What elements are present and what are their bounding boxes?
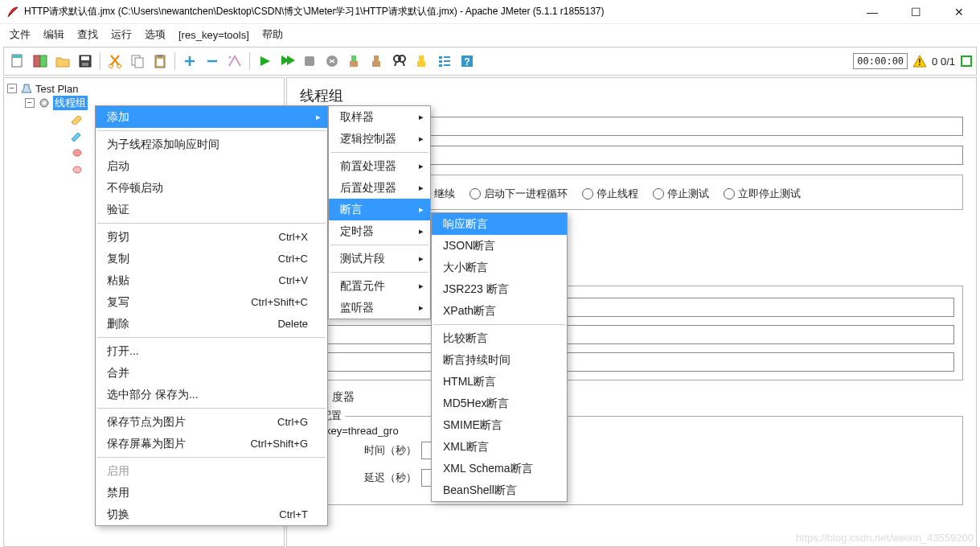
maximize-button[interactable]: ☐ (901, 6, 930, 19)
ctx-xmlschema-assertion[interactable]: XML Schema断言 (432, 458, 567, 479)
radio-stop-now[interactable]: 立即停止测试 (724, 187, 801, 201)
context-menu-assertions[interactable]: 响应断言 JSON断言 大小断言 JSR223 断言 XPath断言 比较断言 … (431, 212, 568, 502)
ctx-compare-assertion[interactable]: 比较断言 (432, 327, 567, 349)
ctx-save-screen-img[interactable]: 保存屏幕为图片Ctrl+Shift+G (96, 433, 327, 454)
paste-button[interactable] (150, 51, 170, 72)
menu-help[interactable]: 帮助 (257, 26, 288, 43)
tree-toggle-icon[interactable]: − (25, 98, 35, 108)
clear-all-button[interactable] (367, 51, 387, 72)
ctx-copy[interactable]: 复制Ctrl+C (96, 248, 327, 269)
pencil-icon[interactable] (69, 129, 85, 142)
ctx-child-resp[interactable]: 为子线程添加响应时间 (96, 134, 327, 155)
comment-input[interactable] (338, 146, 963, 165)
ctx-test-frag[interactable]: 测试片段▸ (329, 248, 430, 269)
ctx-open[interactable]: 打开... (96, 340, 327, 362)
save-button[interactable] (75, 51, 96, 72)
ctx-toggle[interactable]: 切换Ctrl+T (96, 504, 327, 525)
close-button[interactable]: ✕ (945, 6, 974, 19)
watermark: https://blog.csdn.net/weixin_43559200 (796, 532, 974, 544)
ctx-delete[interactable]: 删除Delete (96, 313, 327, 335)
ctx-assert[interactable]: 断言▸ (329, 199, 430, 220)
ctx-json-assertion[interactable]: JSON断言 (432, 235, 567, 257)
ctx-md5-assertion[interactable]: MD5Hex断言 (432, 393, 567, 414)
svg-rect-10 (135, 58, 143, 68)
ctx-cut[interactable]: 剪切Ctrl+X (96, 226, 327, 248)
svg-rect-6 (82, 63, 88, 66)
ctx-add[interactable]: 添加▸ (96, 106, 327, 128)
expand-button[interactable] (179, 51, 200, 72)
ctx-paste[interactable]: 粘贴Ctrl+V (96, 269, 327, 291)
ctx-xml-assertion[interactable]: XML断言 (432, 436, 567, 458)
menu-options[interactable]: 选项 (140, 26, 170, 43)
start-noTimers-button[interactable] (277, 51, 297, 72)
ctx-merge[interactable]: 合并 (96, 362, 327, 384)
thread-count: 0 0/1 (932, 56, 955, 68)
start-button[interactable] (254, 51, 275, 72)
ctx-beanshell-assertion[interactable]: BeanShell断言 (432, 479, 567, 501)
ctx-save-selection[interactable]: 选中部分 保存为... (96, 384, 327, 405)
radio-stop-thread[interactable]: 停止线程 (582, 187, 638, 201)
context-menu-main[interactable]: 添加▸ 为子线程添加响应时间 启动 不停顿启动 验证 剪切Ctrl+X 复制Ct… (95, 105, 328, 526)
menu-run[interactable]: 运行 (106, 26, 137, 43)
new-button[interactable] (7, 51, 28, 72)
open-button[interactable] (52, 51, 73, 72)
templates-button[interactable] (30, 51, 51, 72)
menu-search[interactable]: 查找 (72, 26, 103, 43)
ctx-enable[interactable]: 启用 (96, 460, 327, 482)
name-input[interactable] (338, 117, 963, 136)
reset-search-button[interactable] (412, 51, 433, 72)
ctx-duration-assertion[interactable]: 断言持续时间 (432, 349, 567, 371)
ctx-size-assertion[interactable]: 大小断言 (432, 257, 567, 278)
tree-toggle-icon[interactable]: − (7, 84, 17, 93)
ctx-disable[interactable]: 禁用 (96, 482, 327, 504)
ctx-validate[interactable]: 验证 (96, 199, 327, 220)
ctx-html-assertion[interactable]: HTML断言 (432, 371, 567, 393)
svg-point-32 (73, 167, 81, 173)
ctx-timer[interactable]: 定时器▸ (329, 220, 430, 242)
wrench-icon[interactable] (69, 112, 85, 125)
radio-next-loop[interactable]: 启动下一进程循环 (469, 187, 568, 201)
ctx-response-assertion[interactable]: 响应断言 (432, 213, 567, 235)
cut-button[interactable] (105, 51, 125, 72)
ctx-start-nowait[interactable]: 不停顿启动 (96, 177, 327, 199)
svg-point-31 (73, 150, 81, 156)
ctx-post[interactable]: 后置处理器▸ (329, 177, 430, 199)
minimize-button[interactable]: — (858, 6, 887, 19)
menu-edit[interactable]: 编辑 (39, 26, 69, 43)
svg-rect-18 (372, 61, 380, 67)
toggle-button[interactable] (224, 51, 245, 72)
ctx-start[interactable]: 启动 (96, 155, 327, 177)
ctx-sampler[interactable]: 取样器▸ (329, 106, 430, 128)
collapse-button[interactable] (202, 51, 223, 72)
svg-rect-12 (158, 55, 162, 57)
menu-file[interactable]: 文件 (5, 26, 35, 43)
svg-rect-17 (350, 61, 358, 67)
function-helper-button[interactable] (434, 51, 455, 72)
ramp-input[interactable] (309, 325, 954, 344)
ctx-config[interactable]: 配置元件▸ (329, 275, 430, 297)
context-menu-add[interactable]: 取样器▸ 逻辑控制器▸ 前置处理器▸ 后置处理器▸ 断言▸ 定时器▸ 测试片段▸… (328, 105, 431, 319)
tree-root[interactable]: − Test Plan (7, 81, 281, 96)
ctx-jsr223-assertion[interactable]: JSR223 断言 (432, 278, 567, 300)
search-button[interactable] (389, 51, 410, 72)
window-title: HTTP请求默认值.jmx (C:\Users\newantchen\Deskt… (24, 5, 858, 19)
clear-button[interactable] (344, 51, 365, 72)
ctx-save-node-img[interactable]: 保存节点为图片Ctrl+G (96, 411, 327, 433)
radio-stop-test[interactable]: 停止测试 (653, 187, 709, 201)
help-button[interactable]: ? (457, 51, 478, 72)
copy-button[interactable] (127, 51, 148, 72)
bug2-icon[interactable] (69, 162, 85, 175)
ctx-pre[interactable]: 前置处理器▸ (329, 155, 430, 177)
loops-input[interactable] (309, 352, 954, 372)
ctx-listener[interactable]: 监听器▸ (329, 297, 430, 319)
warning-icon[interactable]: ! (912, 54, 927, 68)
ctx-smime-assertion[interactable]: SMIME断言 (432, 414, 567, 436)
menu-tools[interactable]: [res_key=tools] (174, 27, 254, 43)
bug-icon[interactable] (69, 146, 85, 158)
ctx-xpath-assertion[interactable]: XPath断言 (432, 300, 567, 322)
ctx-logic[interactable]: 逻辑控制器▸ (329, 128, 430, 150)
ctx-duplicate[interactable]: 复写Ctrl+Shift+C (96, 291, 327, 313)
stop-button[interactable] (299, 51, 320, 72)
shutdown-button[interactable] (322, 51, 342, 72)
svg-point-30 (43, 101, 46, 105)
